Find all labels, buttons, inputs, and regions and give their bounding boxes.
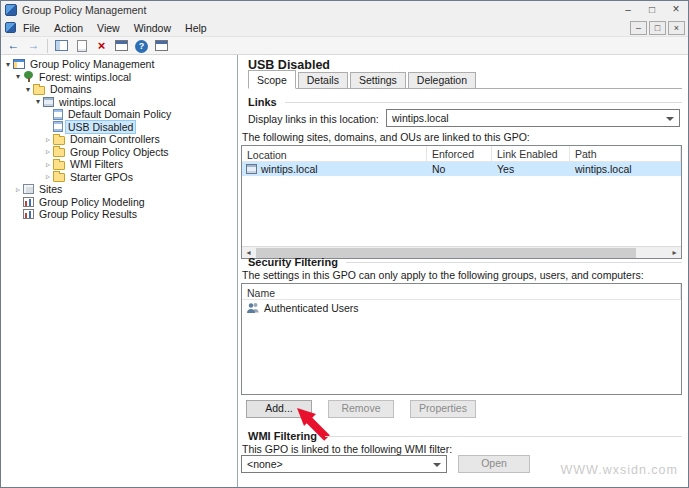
users-icon [246, 302, 260, 314]
tree-item-label: Domains [48, 83, 93, 95]
table-row[interactable]: wintips.local No Yes wintips.local [242, 162, 681, 176]
app-icon [5, 4, 17, 16]
minimize-icon[interactable] [616, 1, 640, 19]
back-icon[interactable] [5, 38, 22, 54]
collapse-icon[interactable] [13, 72, 23, 81]
security-section-header: Security Filtering [248, 256, 682, 268]
mdi-maximize-icon[interactable] [649, 21, 666, 35]
chart-icon [23, 209, 34, 219]
menu-file[interactable]: File [16, 20, 47, 36]
menubar: File Action View Window Help [1, 19, 688, 37]
expand-icon[interactable] [43, 160, 53, 169]
collapse-icon[interactable] [23, 85, 33, 94]
watermark: WWW.wxsidn.com [561, 463, 678, 477]
expand-icon[interactable] [43, 147, 53, 156]
folder-icon [33, 86, 45, 95]
titlebar: Group Policy Management [1, 1, 688, 19]
tree-item-wmi-filters[interactable]: WMI Filters [1, 158, 237, 171]
forest-icon [23, 71, 34, 82]
menu-help[interactable]: Help [178, 20, 214, 36]
tree-item-domain-wintips[interactable]: wintips.local [1, 96, 237, 109]
expand-icon[interactable] [43, 172, 53, 181]
list-item[interactable]: Authenticated Users [242, 300, 681, 315]
display-location-combobox[interactable]: wintips.local [386, 109, 680, 127]
menu-action[interactable]: Action [47, 20, 90, 36]
tree-item-forest[interactable]: Forest: wintips.local [1, 71, 237, 84]
tab-settings[interactable]: Settings [350, 72, 406, 88]
tree-item-usb-disabled[interactable]: USB Disabled [1, 121, 237, 134]
tree-item-group-policy-modeling[interactable]: Group Policy Modeling [1, 196, 237, 209]
security-heading: Security Filtering [248, 256, 338, 268]
tree-item-default-domain-policy[interactable]: Default Domain Policy [1, 108, 237, 121]
tab-details[interactable]: Details [298, 72, 348, 88]
wmi-filter-combobox[interactable]: <none> [241, 455, 447, 473]
wmi-filter-value: <none> [247, 458, 283, 470]
tree-item-label: Default Domain Policy [66, 108, 173, 120]
properties-icon[interactable] [113, 38, 130, 54]
collapse-icon[interactable] [33, 97, 43, 106]
tree-item-label: Group Policy Objects [68, 146, 171, 158]
tab-delegation[interactable]: Delegation [408, 72, 476, 88]
remove-button[interactable]: Remove [328, 400, 394, 418]
console-icon [13, 59, 25, 69]
security-list-header: Name [242, 284, 681, 300]
properties-button[interactable]: Properties [410, 400, 476, 418]
open-button[interactable]: Open [458, 455, 530, 473]
mdi-close-icon[interactable] [668, 21, 685, 35]
expand-icon[interactable] [13, 185, 23, 194]
cell-enforced: No [427, 163, 492, 175]
show-console-tree-icon[interactable] [53, 38, 70, 54]
mdi-minimize-icon[interactable] [630, 21, 647, 35]
wmi-heading: WMI Filtering [248, 430, 317, 442]
window-controls [616, 1, 688, 19]
chart-icon [23, 197, 34, 207]
export-list-icon[interactable] [73, 38, 90, 54]
toolbar-separator [47, 39, 48, 53]
folder-icon [53, 173, 65, 182]
gpo-icon [53, 109, 63, 120]
tree-item-starter-gpos[interactable]: Starter GPOs [1, 171, 237, 184]
toolbar [1, 37, 688, 55]
maximize-icon[interactable] [640, 1, 664, 19]
tree-item-group-policy-objects[interactable]: Group Policy Objects [1, 146, 237, 159]
delete-icon[interactable] [93, 38, 110, 54]
column-header-enforced[interactable]: Enforced [427, 146, 492, 161]
security-list: Name Authenticated Users [241, 283, 682, 395]
column-header-name[interactable]: Name [242, 284, 681, 299]
tree-item-group-policy-results[interactable]: Group Policy Results [1, 208, 237, 221]
expand-icon[interactable] [43, 135, 53, 144]
tree-item-label: Group Policy Management [28, 58, 156, 70]
links-table: Location Enforced Link Enabled Path wint… [241, 145, 682, 259]
group-policy-management-window: Group Policy Management File Action View… [0, 0, 689, 488]
links-table-header: Location Enforced Link Enabled Path [242, 146, 681, 162]
menu-view[interactable]: View [90, 20, 127, 36]
links-caption: The following sites, domains, and OUs ar… [242, 131, 682, 143]
gpo-icon [53, 121, 63, 132]
links-heading: Links [248, 96, 277, 108]
tree-item-label: Group Policy Modeling [37, 196, 147, 208]
cell-path: wintips.local [570, 163, 681, 175]
column-header-location[interactable]: Location [242, 146, 427, 161]
tab-strip: Scope Details Settings Delegation [248, 71, 682, 89]
wmi-section-header: WMI Filtering [248, 430, 682, 442]
collapse-icon[interactable] [3, 60, 13, 69]
column-header-link-enabled[interactable]: Link Enabled [492, 146, 570, 161]
tree-item-label: WMI Filters [68, 158, 125, 170]
new-window-icon[interactable] [153, 38, 170, 54]
column-header-path[interactable]: Path [570, 146, 681, 161]
sites-icon [23, 184, 34, 194]
help-icon[interactable] [133, 38, 150, 54]
folder-icon [53, 136, 65, 145]
tree-item-label: wintips.local [57, 96, 118, 108]
console-icon [5, 22, 16, 33]
window-title: Group Policy Management [22, 4, 146, 16]
tree-item-root[interactable]: Group Policy Management [1, 58, 237, 71]
tree-item-domain-controllers[interactable]: Domain Controllers [1, 133, 237, 146]
forward-icon[interactable] [25, 38, 42, 54]
tree-item-domains[interactable]: Domains [1, 83, 237, 96]
menu-window[interactable]: Window [127, 20, 178, 36]
close-icon[interactable] [664, 1, 688, 19]
tree-item-sites[interactable]: Sites [1, 183, 237, 196]
console-tree: Group Policy Management Forest: wintips.… [1, 55, 238, 487]
tab-scope[interactable]: Scope [248, 70, 296, 89]
